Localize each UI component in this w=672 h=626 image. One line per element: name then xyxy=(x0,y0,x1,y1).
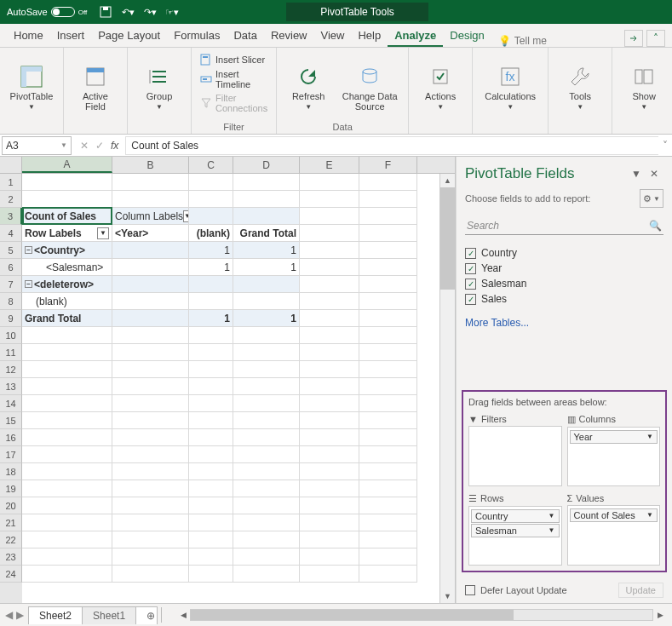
hscroll-thumb[interactable] xyxy=(191,610,514,620)
cell[interactable] xyxy=(112,514,189,531)
pane-menu-icon[interactable]: ▼ xyxy=(631,168,645,180)
cell[interactable] xyxy=(22,344,112,361)
cell[interactable] xyxy=(189,514,233,531)
cell[interactable] xyxy=(233,463,300,480)
cell[interactable] xyxy=(359,446,417,463)
refresh-button[interactable]: Refresh ▼ xyxy=(282,51,335,120)
column-header[interactable]: B xyxy=(112,157,189,173)
cell[interactable]: 1 xyxy=(233,259,300,276)
filter-dropdown-icon[interactable]: ▼ xyxy=(97,227,109,239)
cell[interactable] xyxy=(300,242,359,259)
row-header[interactable]: 22 xyxy=(0,531,22,548)
values-area[interactable]: ΣValues Count of Sales▼ xyxy=(567,491,661,566)
cell[interactable] xyxy=(233,378,300,395)
cell[interactable] xyxy=(233,293,300,310)
cell[interactable] xyxy=(189,395,233,412)
pivottable-button[interactable]: PivotTable ▼ xyxy=(5,51,58,120)
tab-help[interactable]: Help xyxy=(351,26,388,47)
cell[interactable] xyxy=(189,566,233,583)
cell[interactable]: <Year> xyxy=(112,225,189,242)
cell[interactable] xyxy=(359,429,417,446)
cell[interactable] xyxy=(233,497,300,514)
cell[interactable] xyxy=(112,327,189,344)
field-item[interactable]: ✓Salesman xyxy=(465,276,663,291)
sheet-tab[interactable]: Sheet1 xyxy=(82,606,136,624)
row-header[interactable]: 9 xyxy=(0,310,22,327)
cell[interactable] xyxy=(359,327,417,344)
cell[interactable]: −<Country> xyxy=(22,242,112,259)
tab-home[interactable]: Home xyxy=(7,26,50,47)
cell[interactable]: 1 xyxy=(233,310,300,327)
pane-layout-button[interactable]: ⚙▼ xyxy=(640,189,663,208)
cell[interactable] xyxy=(22,463,112,480)
cell[interactable] xyxy=(189,531,233,548)
cell[interactable] xyxy=(359,395,417,412)
area-pill[interactable]: Salesman▼ xyxy=(471,524,560,537)
cell[interactable] xyxy=(233,361,300,378)
checkbox-icon[interactable]: ✓ xyxy=(465,279,476,290)
cell[interactable] xyxy=(22,412,112,429)
cell[interactable] xyxy=(233,446,300,463)
cell[interactable] xyxy=(112,480,189,497)
cell[interactable] xyxy=(112,361,189,378)
cell[interactable] xyxy=(112,566,189,583)
cell[interactable] xyxy=(359,310,417,327)
row-header[interactable]: 6 xyxy=(0,259,22,276)
cell[interactable]: Row Labels▼ xyxy=(22,225,112,242)
cell[interactable] xyxy=(233,327,300,344)
cell[interactable] xyxy=(22,378,112,395)
scroll-thumb[interactable] xyxy=(440,187,455,290)
cell[interactable] xyxy=(359,566,417,583)
cell[interactable] xyxy=(233,344,300,361)
cell[interactable] xyxy=(22,480,112,497)
cell[interactable] xyxy=(300,446,359,463)
cell[interactable] xyxy=(189,463,233,480)
cell[interactable] xyxy=(22,548,112,566)
tab-formulas[interactable]: Formulas xyxy=(167,26,227,47)
filters-area[interactable]: ▼Filters xyxy=(468,412,562,486)
cell[interactable] xyxy=(22,361,112,378)
cell[interactable] xyxy=(233,208,300,225)
close-icon[interactable]: ✕ xyxy=(650,168,663,180)
area-pill[interactable]: Year▼ xyxy=(570,430,658,444)
column-header[interactable]: D xyxy=(233,157,300,173)
tab-splitter[interactable] xyxy=(161,607,168,623)
cell[interactable] xyxy=(22,514,112,531)
cell[interactable] xyxy=(22,395,112,412)
cell[interactable] xyxy=(300,548,359,566)
cell[interactable] xyxy=(189,208,233,225)
cell[interactable] xyxy=(233,191,300,208)
tell-me[interactable]: 💡 Tell me xyxy=(498,35,547,47)
row-header[interactable]: 5 xyxy=(0,242,22,259)
cell[interactable] xyxy=(112,276,189,293)
cell[interactable] xyxy=(359,463,417,480)
cell[interactable] xyxy=(233,276,300,293)
cell[interactable] xyxy=(359,378,417,395)
cell[interactable] xyxy=(300,412,359,429)
cell[interactable] xyxy=(112,497,189,514)
cell[interactable] xyxy=(22,531,112,548)
row-header[interactable]: 14 xyxy=(0,395,22,412)
cell[interactable] xyxy=(300,259,359,276)
cell[interactable] xyxy=(189,174,233,191)
cell[interactable] xyxy=(359,174,417,191)
row-header[interactable]: 10 xyxy=(0,327,22,344)
row-header[interactable]: 17 xyxy=(0,446,22,463)
cell[interactable] xyxy=(359,480,417,497)
cell[interactable] xyxy=(112,446,189,463)
cell[interactable] xyxy=(300,497,359,514)
cell[interactable] xyxy=(300,276,359,293)
row-header[interactable]: 1 xyxy=(0,174,22,191)
cell[interactable]: Grand Total xyxy=(22,310,112,327)
cell[interactable] xyxy=(189,378,233,395)
show-button[interactable]: Show▼ xyxy=(617,51,670,120)
cell[interactable] xyxy=(233,514,300,531)
cell-grid[interactable]: Count of SalesColumn Labels▼Row Labels▼<… xyxy=(22,174,439,603)
cell[interactable] xyxy=(112,191,189,208)
change-data-source-button[interactable]: Change Data Source xyxy=(336,51,403,120)
cell[interactable] xyxy=(359,514,417,531)
collapse-ribbon-button[interactable]: ˄ xyxy=(646,30,665,47)
cell[interactable] xyxy=(22,174,112,191)
cell[interactable] xyxy=(359,531,417,548)
cell[interactable] xyxy=(300,293,359,310)
